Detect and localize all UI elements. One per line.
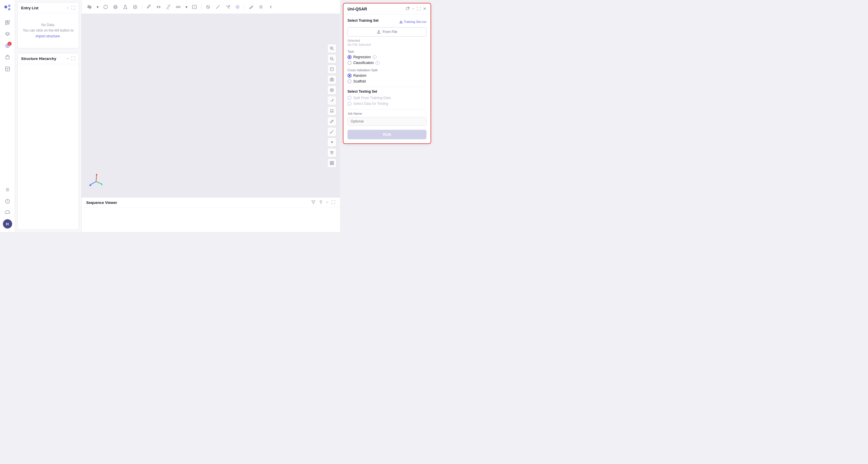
divider xyxy=(347,87,427,87)
pin-icon[interactable] xyxy=(318,200,323,205)
from-file-btn[interactable]: From File xyxy=(347,27,427,36)
svg-rect-3 xyxy=(5,21,7,22)
slash-tool-btn[interactable] xyxy=(223,3,232,11)
hexagon-tool-btn[interactable] xyxy=(101,3,110,11)
zoom-in-btn[interactable] xyxy=(327,44,337,53)
chain-tool-btn[interactable] xyxy=(164,3,173,11)
qsar-header-controls: − ⛶ ✕ xyxy=(406,6,427,11)
list-icon[interactable] xyxy=(2,184,13,195)
structure-hierarchy-panel: Structure Hierarchy − ⛶ xyxy=(18,53,79,230)
qsar-maximize-icon[interactable]: ⛶ xyxy=(416,6,421,11)
classification-radio[interactable] xyxy=(347,61,351,65)
add-entry-icon[interactable] xyxy=(2,18,13,28)
entry-list-header: Entry List − ⛶ xyxy=(18,3,79,13)
svg-rect-75 xyxy=(377,33,380,34)
minimize-icon[interactable]: − xyxy=(66,5,69,10)
line-tool-btn[interactable] xyxy=(214,3,222,11)
text-tool-btn[interactable]: T xyxy=(190,3,199,11)
fit-btn[interactable] xyxy=(327,65,337,74)
training-set-filename: Training Set.csv xyxy=(404,20,427,24)
draw-tool-btn[interactable] xyxy=(144,3,153,11)
sequence-header: Sequence Viewer − ⛶ xyxy=(82,198,340,208)
job-name-input[interactable] xyxy=(347,117,427,126)
regression-option[interactable]: Regression i xyxy=(347,55,427,59)
user-avatar[interactable]: H xyxy=(3,219,12,229)
rotate-btn[interactable] xyxy=(327,96,337,105)
random-radio[interactable] xyxy=(347,74,351,78)
svg-line-42 xyxy=(96,174,97,182)
layers-icon[interactable] xyxy=(2,29,13,39)
pen-tool-btn[interactable] xyxy=(247,3,255,11)
chain-tool-dropdown[interactable]: ▾ xyxy=(184,3,189,11)
svg-point-23 xyxy=(114,5,117,9)
structure-icon[interactable]: 2 xyxy=(2,40,13,51)
select-tool-btn[interactable] xyxy=(131,3,140,11)
settings-tool-btn[interactable] xyxy=(257,3,265,11)
qsar-close-icon[interactable]: ✕ xyxy=(423,6,427,11)
seq-expand-icon[interactable]: ⛶ xyxy=(331,200,335,205)
random-option[interactable]: Random xyxy=(347,74,427,78)
import-structure-link[interactable]: import structure. xyxy=(36,34,61,38)
flask-tool-btn[interactable] xyxy=(121,3,130,11)
zoom-out-btn[interactable] xyxy=(327,54,337,63)
select-data-for-testing-radio xyxy=(347,102,351,106)
regression-radio[interactable] xyxy=(347,55,351,59)
layers-view-btn[interactable] xyxy=(327,148,337,157)
measure-btn[interactable] xyxy=(327,127,337,137)
run-button[interactable]: RUN xyxy=(347,130,427,139)
no-data-message: No Data. You can click on the left butto… xyxy=(23,22,74,39)
screenshot-btn[interactable] xyxy=(327,75,337,84)
hierarchy-expand-icon[interactable]: ⛶ xyxy=(71,56,75,61)
filter-icon[interactable] xyxy=(311,200,316,205)
task-radio-group: Regression i Classification i xyxy=(347,55,427,65)
classification-label: Classification xyxy=(353,61,374,65)
toolbar-separator-3 xyxy=(244,4,245,10)
training-set-link[interactable]: Training Set.csv xyxy=(399,20,427,24)
task-label: Task xyxy=(347,50,427,53)
classification-info-icon[interactable]: i xyxy=(376,61,380,65)
arrow-tool-btn[interactable] xyxy=(154,3,163,11)
edit-btn[interactable] xyxy=(327,117,337,126)
seq-minimize-icon[interactable]: − xyxy=(326,200,329,205)
training-set-label: Select Training Set xyxy=(347,19,378,23)
collapse-tool-btn[interactable] xyxy=(267,3,275,11)
table-icon[interactable] xyxy=(2,64,13,74)
svg-rect-10 xyxy=(6,56,9,59)
svg-rect-68 xyxy=(330,163,332,165)
bookmark-btn[interactable] xyxy=(327,106,337,116)
scaffold-label: Scaffold xyxy=(353,79,366,83)
toolbar-separator-1 xyxy=(142,4,142,10)
split-from-training-option: Split From Training Data xyxy=(347,96,427,100)
help-icon[interactable]: ? xyxy=(2,196,13,206)
ring-tool-btn[interactable] xyxy=(111,3,120,11)
chain-tool-btn2[interactable] xyxy=(174,3,183,11)
shape-tool-btn[interactable] xyxy=(204,3,212,11)
atom-tool-btn[interactable] xyxy=(85,3,94,11)
qsar-popout-icon[interactable] xyxy=(406,6,410,11)
hierarchy-minimize-icon[interactable]: − xyxy=(66,56,69,61)
svg-rect-74 xyxy=(400,23,402,23)
sequence-title: Sequence Viewer xyxy=(86,200,117,205)
dropdown-btn[interactable]: ▾ xyxy=(327,138,337,147)
cloud-icon[interactable] xyxy=(2,208,13,218)
3d-viewer: ▾ xyxy=(82,14,340,197)
scaffold-radio[interactable] xyxy=(347,79,351,83)
hierarchy-header: Structure Hierarchy − ⛶ xyxy=(18,53,79,64)
svg-rect-66 xyxy=(330,161,332,163)
curve-tool-btn[interactable] xyxy=(233,3,242,11)
svg-line-53 xyxy=(333,59,334,61)
atom-tool-dropdown[interactable]: ▾ xyxy=(95,3,100,11)
split-from-training-radio xyxy=(347,96,351,100)
expand-icon[interactable]: ⛶ xyxy=(71,5,75,10)
job-icon[interactable] xyxy=(2,52,13,63)
center-btn[interactable] xyxy=(327,85,337,95)
qsar-minimize-icon[interactable]: − xyxy=(412,6,414,11)
svg-rect-31 xyxy=(179,6,180,8)
grid-btn[interactable] xyxy=(327,158,337,168)
classification-option[interactable]: Classification i xyxy=(347,61,427,65)
qsar-panel: Uni-QSAR − ⛶ ✕ Select Training Set xyxy=(343,3,431,144)
left-panels: Entry List − ⛶ No Data. You can click on… xyxy=(15,0,82,232)
scaffold-option[interactable]: Scaffold xyxy=(347,79,427,83)
job-name-label: Job Name xyxy=(347,112,427,115)
regression-info-icon[interactable]: i xyxy=(373,55,377,59)
